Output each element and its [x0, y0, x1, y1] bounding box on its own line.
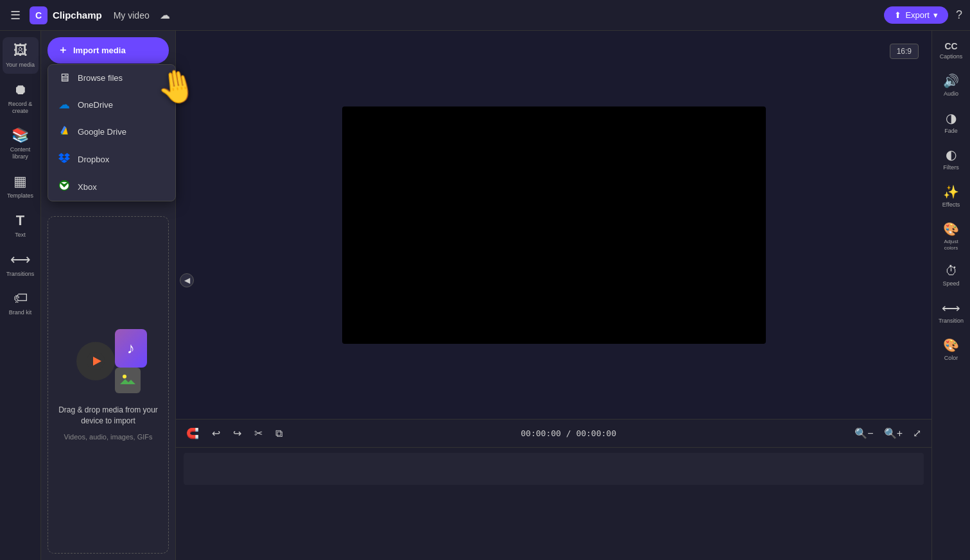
- fade-icon: ◑: [946, 110, 957, 126]
- transition-panel-item[interactable]: ⟷ Transition: [935, 295, 968, 330]
- media-icons-area: ♪: [70, 329, 147, 393]
- speed-panel-item[interactable]: ⏱ Speed: [935, 259, 968, 293]
- adjust-colors-panel-item[interactable]: 🎨 Adjustcolors: [935, 216, 968, 256]
- topbar: ☰ C Clipchamp My video ☁ ⬆ Export ▾ ?: [0, 0, 970, 31]
- onedrive-item[interactable]: ☁ OneDrive: [48, 91, 175, 118]
- menu-icon[interactable]: ☰: [8, 6, 23, 25]
- filters-icon: ◐: [946, 147, 957, 162]
- sidebar-item-record[interactable]: ⏺ Record &create: [3, 76, 39, 120]
- audio-panel-item[interactable]: 🔊 Audio: [935, 68, 968, 103]
- project-name[interactable]: My video: [114, 10, 150, 21]
- sidebar-item-brand-kit[interactable]: 🏷 Brand kit: [3, 285, 39, 321]
- sidebar-item-label: Contentlibrary: [10, 146, 31, 160]
- sidebar-item-your-media[interactable]: 🖼 Your media: [3, 37, 39, 74]
- text-icon: T: [16, 212, 24, 229]
- audio-icon: 🔊: [943, 73, 959, 89]
- sidebar-item-content-library[interactable]: 📚 Contentlibrary: [3, 122, 39, 165]
- color-panel-item[interactable]: 🎨 Color: [935, 332, 968, 367]
- fit-timeline-button[interactable]: ⤢: [909, 425, 925, 442]
- templates-icon: ▦: [13, 173, 27, 190]
- xbox-item[interactable]: Xbox: [48, 173, 175, 201]
- content-library-icon: 📚: [12, 127, 29, 144]
- sidebar-item-text[interactable]: T Text: [3, 207, 39, 244]
- app-name: Clipchamp: [53, 10, 102, 21]
- your-media-icon: 🖼: [13, 42, 28, 59]
- import-dropdown-menu: 🖥 Browse files ☁ OneDrive Google Drive: [48, 64, 176, 201]
- center-area: 16:9 🧲 ↩ ↪ ✂ ⧉ 00:00:00 / 00:00:00 🔍− 🔍+…: [176, 31, 931, 560]
- zoom-out-button[interactable]: 🔍−: [851, 425, 877, 442]
- svg-point-5: [123, 375, 126, 378]
- timeline-zoom-controls: 🔍− 🔍+ ⤢: [851, 425, 925, 442]
- captions-icon: CC: [944, 41, 957, 51]
- sidebar-item-label: Record &create: [8, 101, 33, 115]
- split-button[interactable]: ✂: [250, 425, 266, 442]
- topbar-left: ☰ C Clipchamp My video ☁: [8, 6, 170, 25]
- sidebar-item-templates[interactable]: ▦ Templates: [3, 168, 39, 205]
- fade-panel-item[interactable]: ◑ Fade: [935, 105, 968, 140]
- export-icon: ⬆: [894, 10, 901, 20]
- google-drive-icon: [57, 124, 71, 139]
- video-canvas: [342, 106, 766, 344]
- filters-panel-item[interactable]: ◐ Filters: [935, 142, 968, 176]
- dropbox-icon: [57, 152, 71, 167]
- transition-icon: ⟷: [942, 300, 960, 316]
- timeline-content: [176, 448, 931, 560]
- captions-panel-item[interactable]: CC Captions: [935, 36, 968, 65]
- export-button[interactable]: ⬆ Export ▾: [884, 6, 948, 24]
- timeline-area: 🧲 ↩ ↪ ✂ ⧉ 00:00:00 / 00:00:00 🔍− 🔍+ ⤢: [176, 419, 931, 560]
- sidebar-item-label: Templates: [7, 192, 33, 199]
- drop-zone[interactable]: ♪ Drag & drop media from your device to …: [48, 216, 169, 554]
- import-plus-icon: ＋: [58, 44, 68, 57]
- magnetic-snap-button[interactable]: 🧲: [182, 425, 203, 442]
- sidebar-item-label: Text: [15, 232, 26, 239]
- svg-rect-3: [120, 373, 135, 388]
- undo-button[interactable]: ↩: [208, 425, 224, 442]
- right-panel: CC Captions 🔊 Audio ◑ Fade ◐ Filters ✨ E…: [931, 31, 970, 560]
- video-preview: 16:9: [176, 31, 931, 419]
- sidebar-item-label: Brand kit: [9, 309, 32, 316]
- drop-zone-label: Drag & drop media from your device to im…: [58, 405, 158, 427]
- app-logo: C: [30, 6, 48, 24]
- aspect-ratio-badge[interactable]: 16:9: [890, 44, 919, 59]
- color-icon: 🎨: [943, 337, 959, 353]
- timeline-time-display: 00:00:00 / 00:00:00: [521, 428, 616, 438]
- timeline-track: [184, 453, 924, 485]
- google-drive-item[interactable]: Google Drive: [48, 118, 175, 146]
- drop-zone-sublabel: Videos, audio, images, GIFs: [64, 433, 153, 441]
- cloud-sync-icon: ☁: [160, 9, 170, 21]
- collapse-panel-button[interactable]: ◀: [180, 273, 194, 287]
- image-icon: [115, 368, 141, 393]
- effects-icon: ✨: [943, 184, 959, 199]
- logo-area: C Clipchamp: [30, 6, 102, 24]
- browse-files-item[interactable]: 🖥 Browse files: [48, 65, 175, 91]
- sidebar: 🖼 Your media ⏺ Record &create 📚 Contentl…: [0, 31, 41, 560]
- topbar-right: ⬆ Export ▾ ?: [884, 6, 962, 24]
- record-icon: ⏺: [13, 81, 28, 98]
- speed-icon: ⏱: [945, 264, 958, 278]
- zoom-in-button[interactable]: 🔍+: [880, 425, 906, 442]
- sidebar-item-transitions[interactable]: ⟷ Transitions: [3, 246, 39, 283]
- adjust-colors-icon: 🎨: [943, 221, 959, 237]
- copy-button[interactable]: ⧉: [272, 425, 286, 442]
- effects-panel-item[interactable]: ✨ Effects: [935, 179, 968, 214]
- dropbox-item[interactable]: Dropbox: [48, 146, 175, 173]
- sidebar-item-label: Your media: [6, 62, 35, 69]
- timeline-toolbar: 🧲 ↩ ↪ ✂ ⧉ 00:00:00 / 00:00:00 🔍− 🔍+ ⤢: [176, 420, 931, 448]
- sidebar-item-label: Transitions: [6, 271, 35, 278]
- onedrive-icon: ☁: [57, 98, 71, 112]
- main-layout: 🖼 Your media ⏺ Record &create 📚 Contentl…: [0, 31, 970, 560]
- import-panel: ＋ Import media 🖥 Browse files ☁ OneDrive: [41, 31, 176, 560]
- brand-kit-icon: 🏷: [13, 290, 28, 307]
- transitions-icon: ⟷: [10, 251, 31, 268]
- help-icon[interactable]: ?: [956, 8, 962, 22]
- monitor-icon: 🖥: [57, 71, 71, 85]
- music-icon: ♪: [115, 329, 147, 368]
- import-media-button[interactable]: ＋ Import media: [48, 37, 169, 64]
- xbox-icon: [57, 180, 71, 194]
- redo-button[interactable]: ↪: [229, 425, 245, 442]
- video-icon: [76, 342, 115, 380]
